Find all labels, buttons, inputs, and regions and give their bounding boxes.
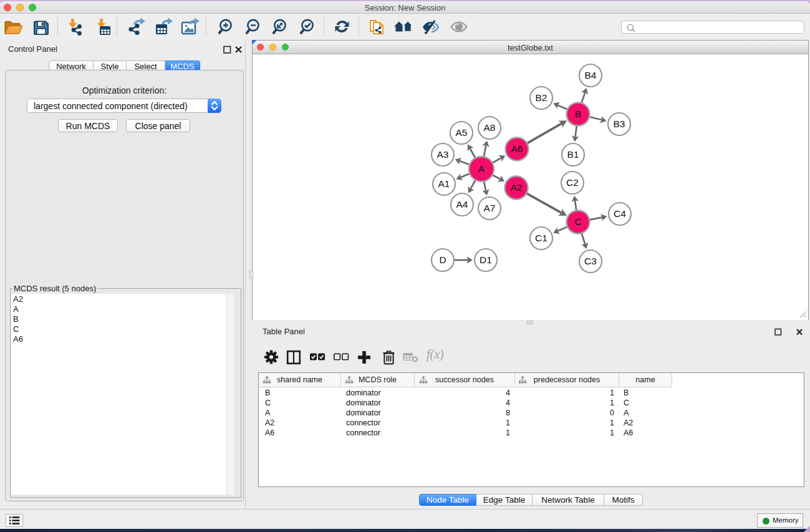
svg-text:A1: A1: [438, 178, 450, 189]
svg-text:C3: C3: [584, 256, 597, 266]
svg-text:D: D: [439, 254, 446, 265]
svg-text:B1: B1: [567, 149, 579, 160]
svg-text:A4: A4: [456, 199, 468, 210]
svg-text:A2: A2: [511, 182, 523, 193]
svg-text:A6: A6: [511, 143, 523, 154]
svg-text:B4: B4: [585, 70, 597, 80]
svg-text:D1: D1: [480, 254, 492, 265]
svg-text:A7: A7: [484, 203, 496, 213]
svg-text:C1: C1: [535, 233, 547, 243]
svg-text:C: C: [574, 216, 581, 227]
svg-text:A5: A5: [456, 127, 468, 138]
svg-text:B2: B2: [536, 92, 547, 103]
svg-text:C4: C4: [614, 208, 626, 219]
svg-text:B3: B3: [614, 118, 625, 129]
svg-text:B: B: [575, 109, 581, 119]
svg-text:A3: A3: [437, 149, 449, 160]
svg-text:C2: C2: [566, 177, 579, 188]
svg-text:A: A: [478, 163, 485, 174]
svg-text:A8: A8: [484, 122, 496, 133]
